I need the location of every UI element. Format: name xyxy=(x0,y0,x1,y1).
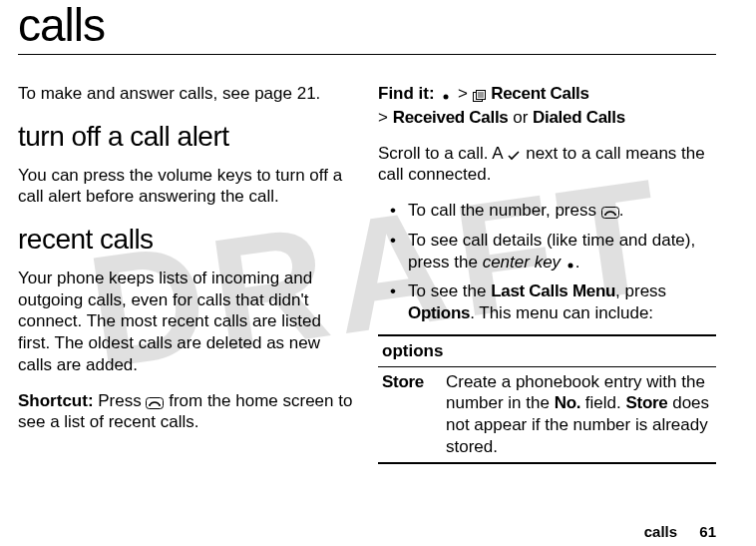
center-key-text: center key xyxy=(483,253,561,272)
svg-point-2 xyxy=(159,404,161,406)
page-footer: calls 61 xyxy=(644,523,716,540)
bullet-list: To call the number, press . To see call … xyxy=(378,200,716,324)
bullet-item-2: To see call details (like time and date)… xyxy=(378,230,716,273)
recent-calls-text: Recent Calls xyxy=(487,84,589,103)
scroll-text-a: Scroll to a call. A xyxy=(378,144,507,163)
li1-a: To call the number, press xyxy=(408,201,601,220)
find-it-line-2: > Received Calls or Dialed Calls xyxy=(378,107,716,129)
li1-b: . xyxy=(619,201,624,220)
intro-text: To make and answer calls, see page 21. xyxy=(18,83,356,105)
gt-2: > xyxy=(378,108,393,127)
store-desc: Create a phonebook entry with the number… xyxy=(442,366,716,463)
svg-point-11 xyxy=(614,214,616,216)
bullet-item-1: To call the number, press . xyxy=(378,200,716,222)
table-row: Store Create a phonebook entry with the … xyxy=(378,366,716,463)
svg-point-10 xyxy=(604,214,606,216)
send-key-icon xyxy=(601,203,619,220)
table-header-row: options xyxy=(378,335,716,366)
footer-page-number: 61 xyxy=(699,523,716,540)
find-it-label: Find it: xyxy=(378,84,435,103)
right-column: Find it: > Recent Calls > Received Calls… xyxy=(378,83,716,464)
recent-calls-body: Your phone keeps lists of incoming and o… xyxy=(18,268,356,376)
gt-1: > xyxy=(453,84,472,103)
left-column: To make and answer calls, see page 21. t… xyxy=(18,83,356,464)
svg-point-12 xyxy=(567,263,572,268)
page-title: calls xyxy=(18,0,716,55)
two-column-layout: To make and answer calls, see page 21. t… xyxy=(18,83,716,464)
desc-b: field. xyxy=(580,393,625,412)
svg-point-1 xyxy=(149,404,151,406)
call-alert-body: You can press the volume keys to turn of… xyxy=(18,165,356,209)
dialed-calls-text: Dialed Calls xyxy=(533,108,625,127)
scroll-line: Scroll to a call. A next to a call means… xyxy=(378,143,716,187)
li3-c: . This menu can include: xyxy=(470,303,653,322)
options-word: Options xyxy=(408,303,470,322)
svg-rect-9 xyxy=(601,208,618,219)
options-header: options xyxy=(378,335,716,366)
li3-b: , press xyxy=(615,281,666,300)
center-dot-icon xyxy=(441,86,451,103)
store-label: Store xyxy=(378,366,442,463)
received-calls-text: Received Calls xyxy=(393,108,509,127)
no-field: No. xyxy=(555,393,580,412)
options-table: options Store Create a phonebook entry w… xyxy=(378,334,716,464)
send-key-icon xyxy=(146,393,164,410)
or-text: or xyxy=(508,108,533,127)
shortcut-text-a: Press xyxy=(94,391,147,410)
svg-point-3 xyxy=(444,95,449,100)
recent-calls-icon xyxy=(473,86,487,103)
footer-section: calls xyxy=(644,523,677,540)
li2-b: . xyxy=(575,253,580,272)
heading-recent-calls: recent calls xyxy=(18,222,356,258)
page-container: calls To make and answer calls, see page… xyxy=(0,0,756,464)
bullet-item-3: To see the Last Calls Menu, press Option… xyxy=(378,280,716,324)
heading-turn-off-call-alert: turn off a call alert xyxy=(18,119,356,155)
li3-a: To see the xyxy=(408,281,491,300)
checkmark-icon xyxy=(507,146,521,163)
shortcut-line: Shortcut: Press from the home screen to … xyxy=(18,390,356,434)
center-dot-icon xyxy=(566,255,575,272)
last-calls-menu-text: Last Calls Menu xyxy=(491,281,615,300)
store-word: Store xyxy=(626,393,668,412)
shortcut-label: Shortcut: xyxy=(18,391,94,410)
find-it-line: Find it: > Recent Calls xyxy=(378,83,716,105)
svg-rect-0 xyxy=(147,397,164,408)
